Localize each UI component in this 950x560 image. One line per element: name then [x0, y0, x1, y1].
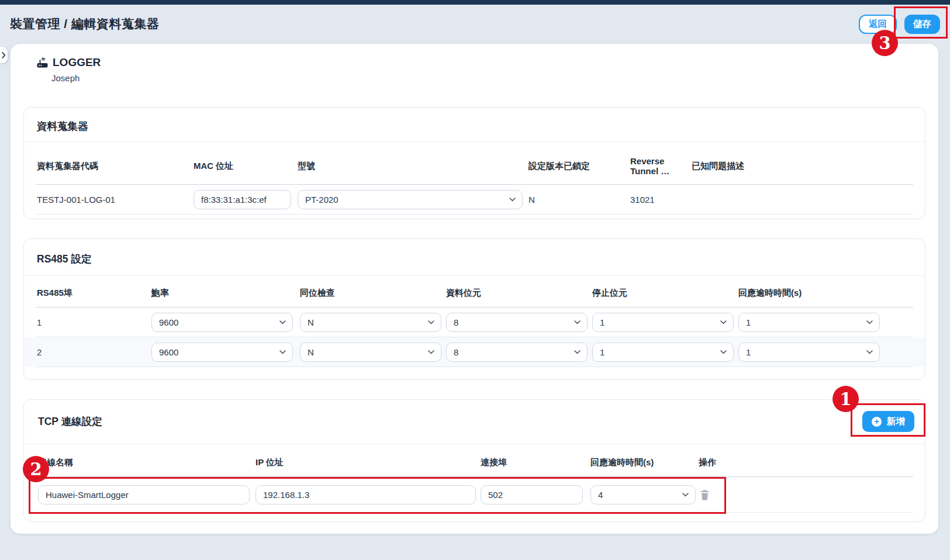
- col-header-timeout: 回應逾時時間(s): [738, 288, 912, 299]
- col-header-rs485-port: RS485埠: [37, 288, 151, 299]
- chevron-down-icon: [574, 350, 581, 354]
- col-header-model: 型號: [298, 161, 528, 172]
- col-header-timeout: 回應逾時時間(s): [590, 457, 699, 468]
- divider: [36, 512, 913, 513]
- chevron-down-icon: [866, 350, 873, 354]
- rs485-row-2: 2 9600 N 8 1 1: [24, 337, 925, 367]
- chevron-down-icon: [720, 350, 727, 354]
- collector-section: 資料蒐集器 資料蒐集器代碼 MAC 位址 型號 設定版本已鎖定 Reverse …: [23, 107, 925, 219]
- col-header-code: 資料蒐集器代碼: [37, 161, 194, 172]
- chevron-down-icon: [682, 493, 689, 497]
- delete-connection-button[interactable]: [699, 488, 711, 501]
- version-locked-value: N: [528, 195, 630, 205]
- tcp-timeout-select[interactable]: 4: [590, 485, 696, 504]
- collector-code: TESTJ-001-LOG-01: [37, 195, 194, 205]
- timeout-select[interactable]: 1: [738, 313, 880, 332]
- timeout-select-value: 1: [746, 347, 751, 357]
- device-owner: Joseph: [51, 73, 101, 83]
- stop-bits-select[interactable]: 1: [592, 313, 734, 332]
- tcp-section: TCP 連線設定 + 新增 連線名稱 IP 位址 連接埠 回應逾時時間(s) 操…: [23, 399, 925, 522]
- header-actions: 返回 儲存: [859, 15, 940, 34]
- col-header-conn-name: 連線名稱: [38, 457, 255, 468]
- chevron-down-icon: [428, 350, 434, 354]
- stop-bits-select-value: 1: [600, 317, 604, 327]
- chevron-down-icon: [279, 320, 286, 324]
- parity-select-value: N: [308, 317, 314, 327]
- data-bits-select[interactable]: 8: [446, 313, 588, 332]
- timeout-select[interactable]: 1: [738, 343, 880, 362]
- device-heading: LOGGER Joseph: [36, 56, 101, 83]
- chevron-right-icon: [2, 52, 6, 58]
- add-button-label: 新增: [887, 416, 905, 428]
- chevron-down-icon: [574, 320, 581, 324]
- chevron-down-icon: [509, 198, 516, 202]
- tcp-section-title: TCP 連線設定: [38, 414, 102, 428]
- collector-section-title: 資料蒐集器: [24, 108, 925, 141]
- divider: [36, 367, 913, 367]
- reverse-tunnel-value: 31021: [630, 195, 692, 205]
- model-select[interactable]: PT-2020: [298, 190, 523, 209]
- rs485-port-value: 2: [37, 347, 151, 357]
- col-header-port: 連接埠: [481, 457, 590, 468]
- collector-table-header: 資料蒐集器代碼 MAC 位址 型號 設定版本已鎖定 Reverse Tunnel…: [24, 142, 925, 184]
- rs485-port-value: 1: [37, 317, 151, 327]
- col-header-mac: MAC 位址: [194, 161, 298, 172]
- router-icon: [36, 57, 49, 68]
- col-header-actions: 操作: [699, 457, 911, 468]
- save-button[interactable]: 儲存: [904, 15, 940, 34]
- data-bits-select-value: 8: [454, 347, 458, 357]
- col-header-reverse-tunnel: Reverse Tunnel …: [630, 156, 692, 176]
- chevron-down-icon: [279, 350, 286, 354]
- parity-select[interactable]: N: [300, 343, 441, 362]
- col-header-stop-bits: 停止位元: [592, 288, 738, 299]
- page-header: 裝置管理 / 編輯資料蒐集器 返回 儲存: [0, 5, 950, 43]
- col-header-data-bits: 資料位元: [446, 288, 592, 299]
- baud-select[interactable]: 9600: [151, 343, 293, 362]
- page-title: 裝置管理 / 編輯資料蒐集器: [10, 16, 160, 32]
- add-connection-button[interactable]: + 新增: [862, 411, 914, 432]
- rs485-row-1: 1 9600 N 8 1 1: [24, 307, 925, 337]
- parity-select-value: N: [308, 347, 314, 357]
- col-header-baud: 鮑率: [151, 288, 300, 299]
- trash-icon: [699, 488, 711, 501]
- main-card: LOGGER Joseph 資料蒐集器 資料蒐集器代碼 MAC 位址 型號 設定…: [11, 44, 938, 534]
- stop-bits-select-value: 1: [600, 347, 604, 357]
- col-header-version-locked: 設定版本已鎖定: [528, 161, 630, 172]
- col-header-parity: 同位檢查: [300, 288, 446, 299]
- stop-bits-select[interactable]: 1: [592, 343, 734, 362]
- device-name: LOGGER: [53, 56, 101, 69]
- chevron-down-icon: [866, 320, 873, 324]
- sidebar-expand-toggle[interactable]: [0, 47, 8, 63]
- baud-select-value: 9600: [159, 347, 178, 357]
- device-title-row: LOGGER: [36, 56, 101, 69]
- col-header-ip: IP 位址: [255, 457, 481, 468]
- rs485-section-title: RS485 設定: [24, 239, 925, 275]
- baud-select-value: 9600: [159, 317, 178, 327]
- baud-select[interactable]: 9600: [151, 313, 293, 332]
- chevron-down-icon: [720, 320, 727, 324]
- rs485-section: RS485 設定 RS485埠 鮑率 同位檢查 資料位元 停止位元 回應逾時時間…: [23, 238, 925, 380]
- model-select-value: PT-2020: [305, 195, 338, 205]
- plus-circle-icon: +: [872, 417, 882, 427]
- mac-address-input[interactable]: [194, 190, 291, 209]
- data-bits-select[interactable]: 8: [446, 343, 588, 362]
- tcp-table-header: 連線名稱 IP 位址 連接埠 回應逾時時間(s) 操作: [24, 444, 925, 476]
- parity-select[interactable]: N: [300, 313, 441, 332]
- data-bits-select-value: 8: [454, 317, 458, 327]
- port-input[interactable]: [481, 485, 583, 504]
- timeout-select-value: 1: [746, 317, 751, 327]
- ip-address-input[interactable]: [255, 485, 476, 504]
- back-button[interactable]: 返回: [859, 15, 897, 34]
- tcp-table-row: 4: [24, 477, 925, 512]
- rs485-table-header: RS485埠 鮑率 同位檢查 資料位元 停止位元 回應逾時時間(s): [24, 276, 925, 307]
- divider: [36, 214, 913, 215]
- connection-name-input[interactable]: [38, 485, 250, 504]
- chevron-down-icon: [428, 320, 434, 324]
- col-header-known-issue: 已知問題描述: [692, 161, 912, 172]
- tcp-timeout-select-value: 4: [598, 490, 603, 500]
- collector-table-row: TESTJ-001-LOG-01 PT-2020 N 31021: [24, 185, 925, 214]
- top-navy-bar: [0, 0, 950, 5]
- tcp-section-head: TCP 連線設定 + 新增: [24, 400, 925, 444]
